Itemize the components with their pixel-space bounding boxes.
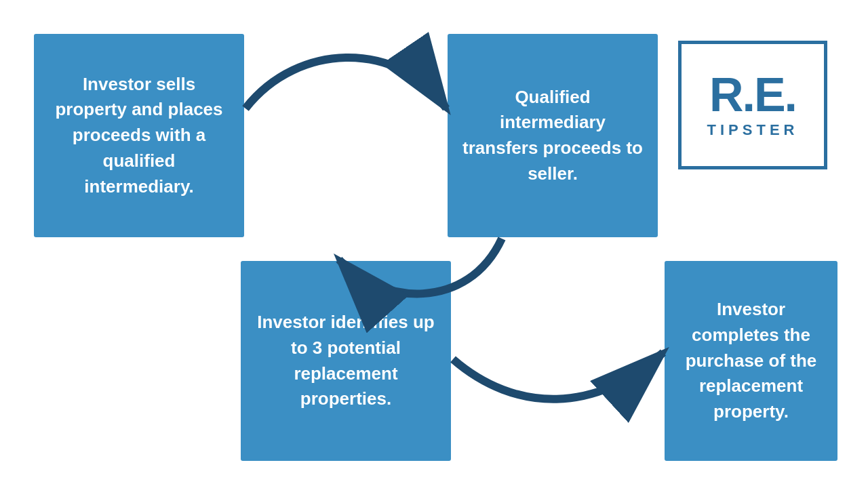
main-container: Investor sells property and places proce… [0,0,868,488]
diagram-wrapper: Investor sells property and places proce… [27,20,841,468]
box-investor-sells: Investor sells property and places proce… [34,34,244,237]
logo-tipster-text: TIPSTER [707,121,799,139]
box-qi-transfers: Qualified intermediary transfers proceed… [448,34,658,237]
arrow-3 [453,352,663,399]
box-investor-identifies: Investor identifies up to 3 potential re… [241,261,451,461]
box-investor-completes: Investor completes the purchase of the r… [665,261,837,461]
logo-re-text: R.E. [709,71,796,119]
arrow-1 [245,58,446,108]
logo-container: R.E. TIPSTER [678,41,827,169]
